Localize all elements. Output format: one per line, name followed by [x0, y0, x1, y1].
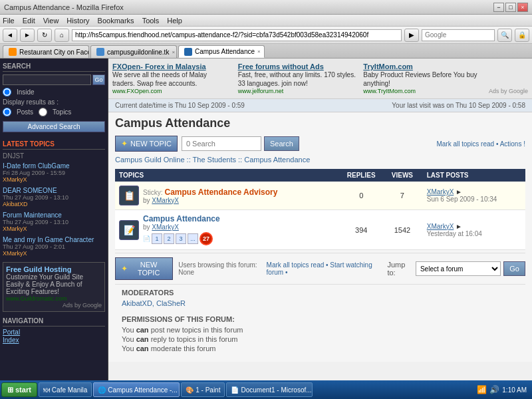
reload-button[interactable]: ↻ — [37, 29, 52, 42]
sidebar-topic-link-0[interactable]: I-Date form ClubGame — [3, 162, 105, 170]
topic-icon-sticky: 📋 — [119, 186, 139, 205]
go-button[interactable]: ▶ — [404, 29, 419, 42]
jump-go-button[interactable]: Go — [503, 261, 525, 276]
page-link-ellipsis: ... — [188, 233, 198, 244]
forum-table: TOPICS REPLIES VIEWS LAST POSTS 📋 — [115, 169, 525, 250]
search-go-button[interactable]: 🔍 — [497, 29, 512, 42]
tab-restaurant-city[interactable]: Restaurant City on Facebook × — [3, 45, 89, 58]
taskbar-item-campus-attendance[interactable]: 🌐 Campus Attendance -... — [93, 382, 180, 397]
replies-cell-sticky: 0 — [340, 182, 382, 210]
start-label: start — [15, 386, 31, 394]
bottom-new-topic-button[interactable]: ✦ NEW TOPIC — [115, 257, 173, 280]
page-link-2[interactable]: 2 — [164, 233, 174, 244]
free-guild-box: Free Guild Hosting Customize Your Guild … — [3, 262, 105, 312]
sidebar-topic-author-1: AkibatXD — [3, 201, 105, 207]
inside-radio[interactable] — [3, 88, 11, 96]
maximize-button[interactable]: □ — [505, 3, 516, 12]
taskbar-volume-icon: 🔊 — [489, 385, 499, 394]
topics-radio[interactable] — [39, 108, 47, 116]
window-controls: − □ × — [493, 3, 528, 12]
jump-to-area: Jump to: Select a forum Go — [387, 261, 525, 277]
table-row: 📋 Sticky: Campus Attendance Advisory by … — [115, 182, 525, 210]
tab-close-1[interactable]: × — [172, 49, 175, 55]
toolbar-left: ✦ NEW TOPIC Search — [115, 136, 299, 152]
pages-icon: 📄 — [143, 235, 150, 242]
new-topic-button[interactable]: ✦ NEW TOPIC — [115, 136, 178, 152]
tab-close-2[interactable]: × — [257, 49, 261, 55]
forward-button[interactable]: ► — [20, 29, 35, 42]
topic-title-link-sticky[interactable]: Campus Attendance Advisory — [165, 188, 278, 197]
topic-title-link-main[interactable]: Campus Attendance — [143, 214, 220, 223]
moderators-title: MODERATORS — [122, 289, 519, 297]
ad-title-2[interactable]: TryItMom.com — [363, 63, 482, 70]
browser-menubar: File Edit View History Bookmarks Tools H… — [0, 15, 532, 27]
forum-search-input[interactable] — [182, 136, 261, 151]
taskbar-item-label-2: 1 - Paint — [196, 386, 220, 394]
taskbar-item-cafe-manila[interactable]: 🍽 Cafe Manila — [39, 382, 92, 397]
last-post-author-main[interactable]: XMarkyX — [427, 223, 454, 230]
close-button[interactable]: × — [517, 3, 528, 12]
menu-bookmarks[interactable]: Bookmarks — [98, 17, 134, 25]
sidebar-topic-link-3[interactable]: Me and my In Game Character — [3, 236, 105, 243]
menu-history[interactable]: History — [66, 17, 89, 25]
list-item: I-Date form ClubGame Fri 28 Aug 2009 - 1… — [3, 162, 105, 183]
inside-label: Inside — [17, 88, 35, 96]
sidebar-topic-author-3: XMarkyX — [3, 250, 105, 257]
taskbar-item-paint[interactable]: 🎨 1 - Paint — [181, 382, 225, 397]
tab-label-2: Campus Attendance — [195, 48, 255, 55]
ad-url-2: www.TryItMom.com — [363, 88, 482, 94]
menu-help[interactable]: Help — [167, 17, 182, 25]
topic-author-sticky[interactable]: XMarkyX — [152, 197, 179, 204]
ad-text-0: We serve all the needs of Malay traders.… — [112, 70, 231, 88]
ad-title-1[interactable]: Free forums without Ads — [238, 63, 357, 70]
bottom-mark-all-link[interactable]: Mark all topics read • Start watching fo… — [267, 261, 384, 276]
minimize-button[interactable]: − — [493, 3, 504, 12]
page-link-1[interactable]: 1 — [152, 233, 162, 244]
sidebar-go-button[interactable]: Go — [92, 74, 105, 85]
list-item: Forum Maintenance Thu 27 Aug 2009 - 13:1… — [3, 211, 105, 232]
free-guild-title: Free Guild Hosting — [6, 265, 102, 273]
nav-portal-link[interactable]: Portal — [3, 329, 105, 336]
actions-text: Actions ! — [500, 140, 525, 148]
sidebar-topic-link-1[interactable]: DEAR SOMEONE — [3, 187, 105, 194]
page-link-current[interactable]: 27 — [200, 232, 213, 245]
nav-index-link[interactable]: Index — [3, 336, 105, 344]
sidebar-topic-author-0: XMarkyX — [3, 176, 105, 183]
mark-all-link[interactable]: Mark all topics read • Actions ! — [436, 140, 525, 148]
taskbar-item-document[interactable]: 📄 Document1 - Microsof... — [226, 382, 313, 397]
browser-search-input[interactable] — [422, 29, 495, 41]
jump-to-select[interactable]: Select a forum — [416, 261, 501, 276]
forum-search-button[interactable]: Search — [264, 136, 299, 151]
ad-title-0[interactable]: FXOpen- Forex in Malaysia — [112, 63, 231, 70]
posts-radio[interactable] — [3, 108, 11, 116]
security-button[interactable]: 🔒 — [515, 29, 529, 42]
tab-label-0: Restaurant City on Facebook — [19, 49, 89, 56]
tab-campusguild[interactable]: campusguildonline.tk × — [90, 45, 177, 58]
topic-author-main[interactable]: XMarkyX — [152, 223, 179, 231]
last-visit: Your last visit was on Thu 10 Sep 2009 -… — [392, 102, 525, 109]
address-bar[interactable] — [72, 29, 402, 41]
page-link-3[interactable]: 3 — [176, 233, 186, 244]
tab-icon-1 — [96, 48, 104, 56]
tab-campus-attendance[interactable]: Campus Attendance × — [178, 45, 265, 58]
back-button[interactable]: ◄ — [3, 29, 17, 42]
ads-by-label: Ads by Google — [489, 88, 528, 94]
topic-name-cell-sticky: 📋 Sticky: Campus Attendance Advisory by … — [119, 186, 336, 205]
menu-edit[interactable]: Edit — [23, 17, 35, 25]
browser-tabs: Restaurant City on Facebook × campusguil… — [0, 44, 532, 59]
menu-tools[interactable]: Tools — [142, 17, 160, 25]
advanced-search-button[interactable]: Advanced Search — [3, 121, 105, 132]
menu-view[interactable]: View — [43, 17, 59, 25]
ad-text-2: Baby Product Reviews Before You buy anyt… — [363, 70, 482, 88]
topic-info-main: Campus Attendance by XMarkyX 📄 1 2 3 ...… — [143, 214, 220, 245]
last-post-author-sticky[interactable]: XMarkyX — [427, 188, 454, 196]
col-replies: REPLIES — [340, 169, 382, 182]
breadcrumb-link[interactable]: Campus Guild Online :: The Students :: C… — [115, 156, 310, 164]
sidebar-topic-link-2[interactable]: Forum Maintenance — [3, 211, 105, 219]
menu-file[interactable]: File — [3, 17, 15, 25]
start-button[interactable]: ⊞ start — [1, 382, 37, 397]
col-topics: TOPICS — [115, 169, 340, 182]
home-button[interactable]: ⌂ — [55, 29, 69, 42]
sidebar-topic-meta-3: Thu 27 Aug 2009 - 2:01 — [3, 243, 105, 250]
sidebar-search-input[interactable] — [3, 74, 91, 85]
